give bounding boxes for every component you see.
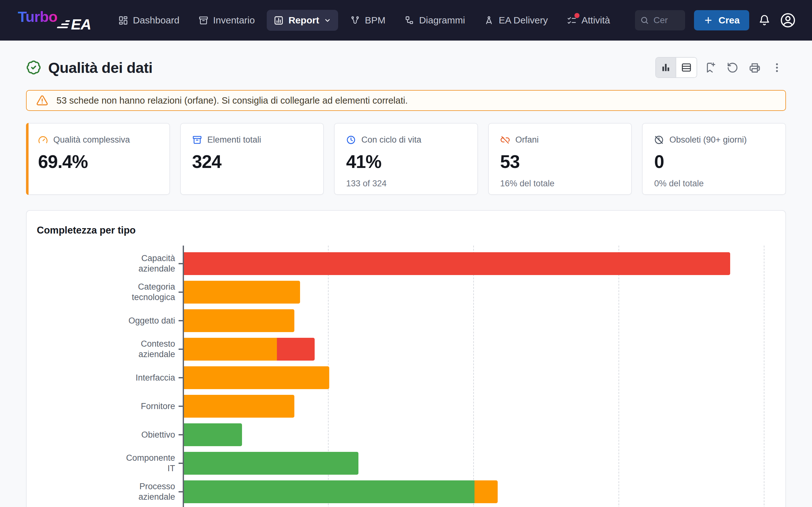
stat-label: Con ciclo di vita [361, 135, 421, 145]
create-button[interactable]: Crea [694, 10, 749, 31]
page-header: Qualità dei dati [26, 57, 786, 78]
completeness-bar-chart: Capacità aziendaleCategoria tecnologicaO… [37, 249, 775, 506]
table-view-button[interactable] [676, 58, 697, 77]
category-label: Obiettivo [37, 420, 183, 449]
drafting-compass-icon [484, 15, 494, 25]
bar-segment[interactable] [184, 309, 294, 332]
warning-banner: 53 schede non hanno relazioni (orfane). … [26, 90, 786, 111]
search-icon [640, 16, 649, 25]
stat-subtext: 16% del totale [500, 179, 620, 188]
nav-item-inventario[interactable]: Inventario [192, 10, 262, 31]
user-avatar-icon [780, 12, 796, 29]
bar-segment[interactable] [184, 338, 277, 360]
axis-tick [179, 406, 183, 407]
bar-segment[interactable] [184, 481, 474, 503]
page-title: Qualità dei dati [48, 59, 153, 76]
top-navbar: Turbo EA DashboardInventarioReportBPMDia… [0, 0, 812, 41]
bar-segment[interactable] [184, 366, 329, 389]
more-options-button[interactable] [768, 58, 786, 77]
stat-card: Con ciclo di vita41%133 of 324 [334, 123, 478, 195]
nav-item-label: BPM [365, 15, 386, 26]
bar-segment[interactable] [184, 424, 242, 446]
bookmark-plus-icon [705, 62, 716, 73]
axis-tick [179, 463, 183, 464]
print-button[interactable] [745, 58, 764, 77]
nav-item-attivita[interactable]: Attività [560, 10, 617, 31]
axis-tick [179, 320, 183, 321]
chart-row: Processo aziendale [37, 477, 775, 506]
notification-dot [574, 13, 579, 18]
bell-icon [758, 14, 771, 26]
nav-item-ea-delivery[interactable]: EA Delivery [477, 10, 555, 31]
nav-item-dashboard[interactable]: Dashboard [111, 10, 187, 31]
nav-item-label: Diagrammi [419, 15, 465, 26]
table-rows-icon [681, 62, 692, 73]
nav-item-diagrammi[interactable]: Diagrammi [397, 10, 472, 31]
bar-segment[interactable] [184, 452, 358, 475]
user-menu-button[interactable] [780, 12, 796, 29]
stat-card: Obsoleti (90+ giorni)00% del totale [642, 123, 786, 195]
category-label: Capacità aziendale [37, 249, 183, 278]
nav-item-bpm[interactable]: BPM [343, 10, 392, 31]
layout-dashboard-icon [118, 15, 128, 25]
nav-item-label: Report [288, 15, 319, 26]
stat-label: Obsoleti (90+ giorni) [669, 135, 747, 145]
stats-row: Qualità complessiva69.4%Elementi totali3… [26, 123, 786, 195]
stat-value: 41% [346, 151, 466, 172]
search-input[interactable] [653, 15, 678, 26]
page-toolbar [655, 57, 786, 78]
stat-subtext: 0% del totale [654, 179, 774, 188]
speed-lines-icon [57, 20, 70, 28]
refresh-icon [727, 62, 739, 73]
logo-ea-text: EA [58, 15, 91, 33]
nav-item-label: Inventario [213, 15, 255, 26]
chart-row: Fornitore [37, 392, 775, 420]
axis-tick [179, 263, 183, 264]
refresh-button[interactable] [723, 58, 742, 77]
bpm-route-icon [350, 15, 360, 25]
gauge-icon [38, 135, 48, 145]
stat-label: Orfani [515, 135, 539, 145]
app-logo[interactable]: Turbo EA [18, 8, 91, 33]
nav-item-label: EA Delivery [499, 15, 548, 26]
chart-row: Interfaccia [37, 363, 775, 392]
archive-icon [199, 15, 208, 25]
warning-text: 53 schede non hanno relazioni (orfane). … [56, 95, 408, 106]
bar-segment[interactable] [277, 338, 315, 360]
notifications-button[interactable] [758, 14, 771, 26]
bookmark-button[interactable] [701, 58, 719, 77]
stat-label: Elementi totali [207, 135, 261, 145]
stat-value: 69.4% [38, 151, 158, 172]
stat-value: 324 [192, 151, 312, 172]
stat-card: Orfani5316% del totale [488, 123, 632, 195]
bar-segment[interactable] [474, 481, 498, 503]
chart-row: Capacità aziendale [37, 249, 775, 278]
chart-row: Categoria tecnologica [37, 278, 775, 306]
bar-segment[interactable] [184, 281, 300, 303]
bar-chart-icon [660, 62, 671, 73]
kebab-menu-icon [771, 62, 783, 73]
chart-view-button[interactable] [656, 58, 676, 77]
nav-item-label: Attività [581, 15, 610, 26]
chevron-down-icon [324, 17, 331, 24]
chart-card: Completezza per tipo Capacità aziendaleC… [26, 210, 786, 507]
axis-tick [179, 377, 183, 378]
chart-row: Contesto aziendale [37, 335, 775, 363]
category-label: Fornitore [37, 392, 183, 420]
warning-triangle-icon [36, 95, 48, 107]
bar-segment[interactable] [184, 395, 294, 418]
global-search[interactable] [635, 10, 685, 31]
bar-chart-square-icon [274, 15, 284, 25]
stat-subtext: 133 of 324 [346, 179, 466, 188]
category-label: Processo aziendale [37, 477, 183, 506]
stat-card: Elementi totali324 [180, 123, 324, 195]
category-label: Componente IT [37, 449, 183, 477]
bar-segment[interactable] [184, 252, 730, 275]
nav-item-report[interactable]: Report [267, 10, 338, 31]
chart-title: Completezza per tipo [37, 225, 775, 236]
stat-value: 53 [500, 151, 620, 172]
logo-turbo-text: Turbo [18, 8, 57, 25]
unlink-icon [500, 135, 510, 145]
view-toggle [655, 57, 697, 78]
badge-check-icon [26, 60, 41, 75]
